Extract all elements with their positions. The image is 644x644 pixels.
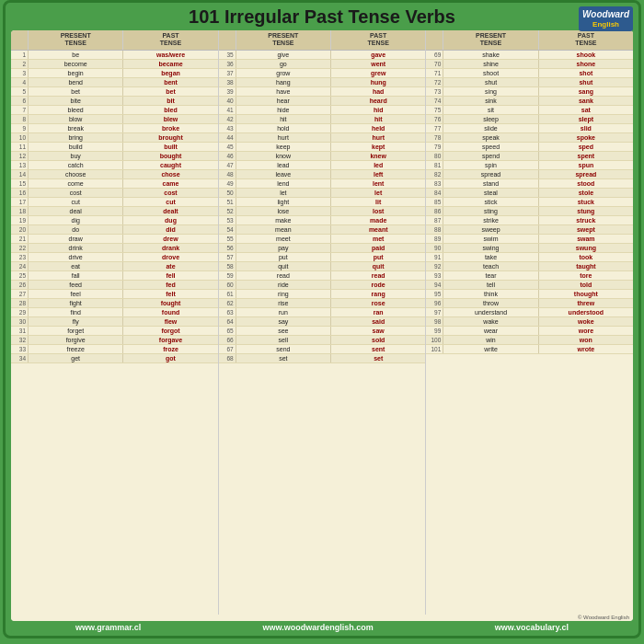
past-tense: rode [330, 281, 425, 289]
table-row: 81spinspun [426, 161, 633, 170]
table-row: 87strikestruck [426, 216, 633, 225]
present-tense: cut [28, 198, 122, 206]
present-tense: hang [236, 78, 330, 86]
past-tense: threw [538, 299, 633, 307]
table-row: 53makemade [219, 216, 426, 225]
past-tense: bled [122, 106, 217, 114]
present-tense: become [28, 60, 122, 68]
table-row: 30flyflew [11, 317, 218, 327]
past-tense: told [538, 281, 633, 289]
table-row: 29findfound [11, 308, 218, 317]
past-tense: rang [330, 290, 425, 298]
table-row: 34getgot [11, 354, 218, 363]
present-header-3: PRESENTTENSE [443, 30, 537, 50]
table-row: 31forgetforgot [11, 327, 218, 336]
table-row: 95thinkthought [426, 290, 633, 299]
past-tense: let [330, 189, 425, 197]
table-row: 86stingstung [426, 207, 633, 216]
row-number: 69 [426, 52, 443, 58]
table-row: 48leaveleft [219, 170, 426, 179]
row-number: 76 [426, 116, 443, 122]
col-header-1: PRESENTTENSEPASTTENSE [11, 30, 218, 51]
col-header-2: PRESENTTENSEPASTTENSE [219, 30, 426, 51]
row-number: 33 [11, 346, 28, 352]
present-tense: sit [443, 106, 537, 114]
table-row: 67sendsent [219, 345, 426, 354]
present-tense: keep [236, 143, 330, 151]
past-tense: slid [538, 124, 633, 132]
row-number: 66 [219, 337, 236, 343]
row-number: 70 [426, 61, 443, 67]
row-number: 84 [426, 190, 443, 196]
present-tense: tell [443, 281, 537, 289]
row-number: 7 [11, 107, 28, 113]
table-row: 45keepkept [219, 143, 426, 152]
present-tense: sweep [443, 225, 537, 234]
table-row: 49lendlent [219, 179, 426, 189]
row-number: 3 [11, 70, 28, 76]
table-row: 91taketook [426, 253, 633, 262]
table-row: 100winwon [426, 336, 633, 345]
present-tense: build [28, 143, 122, 151]
present-tense: find [28, 308, 122, 316]
table-row: 66sellsold [219, 336, 426, 345]
past-tense: knew [330, 152, 425, 160]
table-row: 90swingswung [426, 244, 633, 253]
present-tense: grow [236, 69, 330, 77]
past-tense: shone [538, 60, 633, 68]
row-number: 10 [11, 134, 28, 141]
table-row: 76sleepslept [426, 115, 633, 124]
table-row: 98wakewoke [426, 317, 633, 327]
row-number: 88 [426, 226, 443, 233]
row-number: 86 [426, 208, 443, 214]
table-row: 12buybought [11, 152, 218, 161]
row-number: 45 [219, 144, 236, 150]
table-row: 37growgrew [219, 69, 426, 78]
past-tense: blew [122, 115, 217, 123]
present-tense: make [236, 216, 330, 224]
row-number: 51 [219, 199, 236, 205]
table-row: 97understandunderstood [426, 308, 633, 317]
table-row: 40hearheard [219, 97, 426, 106]
past-tense: brought [122, 133, 217, 142]
past-tense: rose [330, 299, 425, 307]
past-tense: quit [330, 262, 425, 270]
past-tense: fell [122, 271, 217, 280]
past-tense: got [122, 354, 217, 362]
past-tense: caught [122, 161, 217, 169]
present-tense: deal [28, 207, 122, 215]
past-tense: drove [122, 253, 217, 261]
row-number: 71 [426, 70, 443, 76]
present-tense: hear [236, 97, 330, 105]
past-tense: made [330, 216, 425, 224]
copyright-row: © Woodward English [11, 615, 633, 621]
row-number: 61 [219, 291, 236, 297]
table-row: 20dodid [11, 225, 218, 235]
present-tense: get [28, 354, 122, 362]
row-number: 1 [11, 52, 28, 58]
present-header-1: PRESENTTENSE [28, 30, 122, 50]
present-tense: speed [443, 143, 537, 151]
past-tense: sang [538, 87, 633, 96]
row-number: 79 [426, 144, 443, 150]
present-tense: run [236, 308, 330, 316]
table-row: 25fallfell [11, 271, 218, 281]
content-area: PRESENTTENSEPASTTENSE1bewas/were2becomeb… [11, 30, 633, 621]
present-tense: shut [443, 78, 537, 86]
present-tense: go [236, 60, 330, 68]
table-row: 57putput [219, 253, 426, 262]
row-number: 5 [11, 88, 28, 95]
past-tense: bought [122, 152, 217, 160]
row-number: 32 [11, 337, 28, 343]
present-tense: forgive [28, 336, 122, 344]
past-tense: stung [538, 207, 633, 215]
table-row: 63runran [219, 308, 426, 317]
rows-area-1: 1bewas/were2becomebecame3beginbegan4bend… [11, 51, 218, 615]
rows-area-3: 69shakeshook70shineshone71shootshot72shu… [426, 51, 633, 615]
row-number: 39 [219, 88, 236, 95]
present-tense: steal [443, 189, 537, 197]
row-number: 81 [426, 162, 443, 168]
table-row: 71shootshot [426, 69, 633, 78]
past-tense: chose [122, 170, 217, 178]
row-number: 58 [219, 263, 236, 270]
